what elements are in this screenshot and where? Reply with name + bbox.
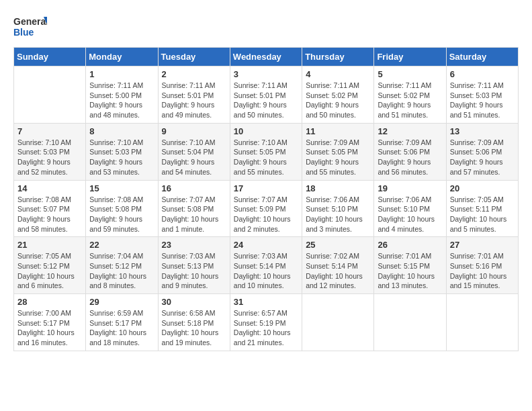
day-number: 10 [234, 126, 298, 136]
day-number: 27 [450, 240, 515, 250]
calendar-cell: 9Sunrise: 7:10 AMSunset: 5:04 PMDaylight… [158, 123, 230, 180]
calendar-cell: 30Sunrise: 6:58 AMSunset: 5:18 PMDayligh… [158, 294, 230, 351]
logo: General Blue [13, 13, 47, 40]
day-info: Sunrise: 7:11 AMSunset: 5:02 PMDaylight:… [306, 81, 370, 120]
calendar-cell: 10Sunrise: 7:10 AMSunset: 5:05 PMDayligh… [230, 123, 302, 180]
calendar-cell: 16Sunrise: 7:07 AMSunset: 5:08 PMDayligh… [158, 180, 230, 237]
day-info: Sunrise: 7:10 AMSunset: 5:03 PMDaylight:… [17, 138, 82, 177]
calendar-cell [14, 66, 86, 124]
day-info: Sunrise: 7:00 AMSunset: 5:17 PMDaylight:… [17, 308, 82, 348]
day-info: Sunrise: 7:04 AMSunset: 5:12 PMDaylight:… [89, 251, 154, 291]
day-info: Sunrise: 7:10 AMSunset: 5:05 PMDaylight:… [234, 138, 298, 177]
day-number: 26 [378, 240, 442, 250]
day-number: 11 [306, 126, 370, 136]
day-number: 22 [89, 240, 154, 250]
day-number: 7 [17, 126, 82, 136]
calendar-cell: 18Sunrise: 7:06 AMSunset: 5:10 PMDayligh… [302, 180, 374, 237]
day-info: Sunrise: 7:08 AMSunset: 5:08 PMDaylight:… [89, 195, 154, 234]
calendar-week-row: 14Sunrise: 7:08 AMSunset: 5:07 PMDayligh… [14, 180, 519, 237]
svg-text:Blue: Blue [13, 27, 34, 38]
day-number: 29 [89, 297, 154, 307]
calendar-cell: 1Sunrise: 7:11 AMSunset: 5:00 PMDaylight… [86, 66, 158, 124]
calendar-week-row: 28Sunrise: 7:00 AMSunset: 5:17 PMDayligh… [14, 294, 519, 351]
calendar-cell: 23Sunrise: 7:03 AMSunset: 5:13 PMDayligh… [158, 237, 230, 294]
day-info: Sunrise: 7:11 AMSunset: 5:03 PMDaylight:… [450, 81, 515, 120]
day-info: Sunrise: 7:06 AMSunset: 5:10 PMDaylight:… [306, 195, 370, 234]
calendar-cell: 14Sunrise: 7:08 AMSunset: 5:07 PMDayligh… [14, 180, 86, 237]
calendar-cell: 27Sunrise: 7:01 AMSunset: 5:16 PMDayligh… [446, 237, 518, 294]
calendar-cell: 4Sunrise: 7:11 AMSunset: 5:02 PMDaylight… [302, 66, 374, 124]
day-number: 17 [234, 183, 298, 193]
calendar-header-saturday: Saturday [446, 48, 518, 66]
day-number: 14 [17, 183, 82, 193]
calendar-cell: 31Sunrise: 6:57 AMSunset: 5:19 PMDayligh… [230, 294, 302, 351]
calendar-header-sunday: Sunday [14, 48, 86, 66]
day-info: Sunrise: 7:10 AMSunset: 5:04 PMDaylight:… [162, 138, 226, 177]
day-number: 15 [89, 183, 154, 193]
day-number: 13 [450, 126, 515, 136]
calendar-cell: 11Sunrise: 7:09 AMSunset: 5:05 PMDayligh… [302, 123, 374, 180]
calendar-cell: 8Sunrise: 7:10 AMSunset: 5:03 PMDaylight… [86, 123, 158, 180]
day-number: 18 [306, 183, 370, 193]
day-number: 31 [234, 297, 298, 307]
day-info: Sunrise: 7:07 AMSunset: 5:08 PMDaylight:… [162, 195, 226, 234]
calendar-cell [374, 294, 446, 351]
calendar-cell: 2Sunrise: 7:11 AMSunset: 5:01 PMDaylight… [158, 66, 230, 124]
day-number: 3 [234, 69, 298, 79]
header: General Blue [13, 13, 519, 40]
day-info: Sunrise: 6:59 AMSunset: 5:17 PMDaylight:… [89, 308, 154, 348]
logo-svg: General Blue [13, 13, 47, 40]
day-info: Sunrise: 7:08 AMSunset: 5:07 PMDaylight:… [17, 195, 82, 234]
calendar-header-wednesday: Wednesday [230, 48, 302, 66]
calendar-cell: 19Sunrise: 7:06 AMSunset: 5:10 PMDayligh… [374, 180, 446, 237]
calendar-cell: 20Sunrise: 7:05 AMSunset: 5:11 PMDayligh… [446, 180, 518, 237]
day-info: Sunrise: 7:05 AMSunset: 5:12 PMDaylight:… [17, 251, 82, 291]
day-info: Sunrise: 7:05 AMSunset: 5:11 PMDaylight:… [450, 195, 515, 234]
calendar-week-row: 21Sunrise: 7:05 AMSunset: 5:12 PMDayligh… [14, 237, 519, 294]
day-info: Sunrise: 7:02 AMSunset: 5:14 PMDaylight:… [306, 251, 370, 291]
calendar-cell: 29Sunrise: 6:59 AMSunset: 5:17 PMDayligh… [86, 294, 158, 351]
day-info: Sunrise: 7:11 AMSunset: 5:01 PMDaylight:… [162, 81, 226, 120]
day-info: Sunrise: 7:09 AMSunset: 5:05 PMDaylight:… [306, 138, 370, 177]
day-number: 20 [450, 183, 515, 193]
day-number: 30 [162, 297, 226, 307]
calendar-header-friday: Friday [374, 48, 446, 66]
day-number: 8 [89, 126, 154, 136]
calendar-cell: 15Sunrise: 7:08 AMSunset: 5:08 PMDayligh… [86, 180, 158, 237]
svg-text:General: General [13, 16, 47, 27]
calendar-cell: 25Sunrise: 7:02 AMSunset: 5:14 PMDayligh… [302, 237, 374, 294]
day-info: Sunrise: 6:58 AMSunset: 5:18 PMDaylight:… [162, 308, 226, 348]
calendar-cell: 6Sunrise: 7:11 AMSunset: 5:03 PMDaylight… [446, 66, 518, 124]
calendar-cell: 7Sunrise: 7:10 AMSunset: 5:03 PMDaylight… [14, 123, 86, 180]
day-number: 1 [89, 69, 154, 79]
calendar-week-row: 7Sunrise: 7:10 AMSunset: 5:03 PMDaylight… [14, 123, 519, 180]
day-number: 9 [162, 126, 226, 136]
day-info: Sunrise: 7:06 AMSunset: 5:10 PMDaylight:… [378, 195, 442, 234]
day-number: 28 [17, 297, 82, 307]
calendar-cell [302, 294, 374, 351]
calendar-week-row: 1Sunrise: 7:11 AMSunset: 5:00 PMDaylight… [14, 66, 519, 124]
day-number: 5 [378, 69, 442, 79]
calendar-header-tuesday: Tuesday [158, 48, 230, 66]
day-number: 16 [162, 183, 226, 193]
day-number: 2 [162, 69, 226, 79]
day-number: 12 [378, 126, 442, 136]
calendar-header-thursday: Thursday [302, 48, 374, 66]
calendar-cell: 3Sunrise: 7:11 AMSunset: 5:01 PMDaylight… [230, 66, 302, 124]
day-info: Sunrise: 7:11 AMSunset: 5:01 PMDaylight:… [234, 81, 298, 120]
day-info: Sunrise: 7:03 AMSunset: 5:14 PMDaylight:… [234, 251, 298, 291]
day-info: Sunrise: 7:11 AMSunset: 5:02 PMDaylight:… [378, 81, 442, 120]
day-info: Sunrise: 7:03 AMSunset: 5:13 PMDaylight:… [162, 251, 226, 291]
day-number: 25 [306, 240, 370, 250]
calendar-cell: 28Sunrise: 7:00 AMSunset: 5:17 PMDayligh… [14, 294, 86, 351]
calendar-cell [446, 294, 518, 351]
day-number: 6 [450, 69, 515, 79]
day-number: 24 [234, 240, 298, 250]
day-info: Sunrise: 7:11 AMSunset: 5:00 PMDaylight:… [89, 81, 154, 120]
calendar-table: SundayMondayTuesdayWednesdayThursdayFrid… [13, 47, 519, 351]
day-info: Sunrise: 7:01 AMSunset: 5:15 PMDaylight:… [378, 251, 442, 291]
calendar-cell: 21Sunrise: 7:05 AMSunset: 5:12 PMDayligh… [14, 237, 86, 294]
calendar-cell: 22Sunrise: 7:04 AMSunset: 5:12 PMDayligh… [86, 237, 158, 294]
calendar-cell: 12Sunrise: 7:09 AMSunset: 5:06 PMDayligh… [374, 123, 446, 180]
calendar-cell: 24Sunrise: 7:03 AMSunset: 5:14 PMDayligh… [230, 237, 302, 294]
